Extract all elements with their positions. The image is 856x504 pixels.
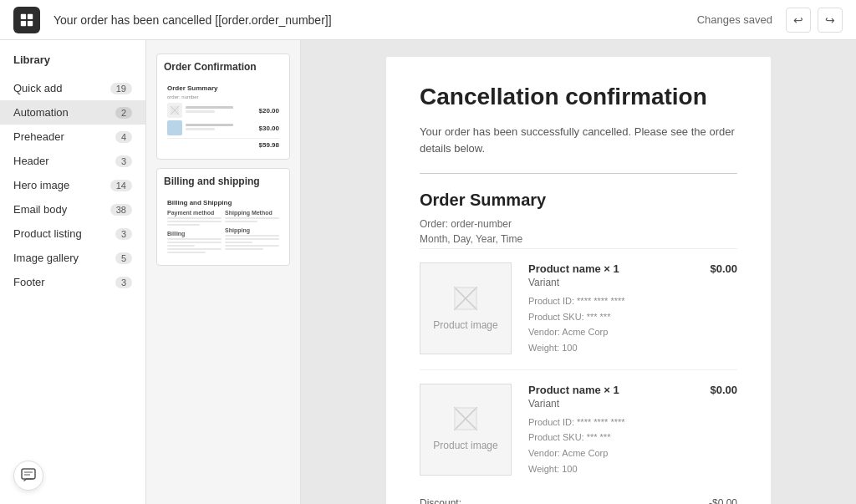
product-weight-1: Weight: 100 [528,340,737,356]
page-title: Your order has been cancelled [[order.or… [54,13,697,27]
sidebar-item-label: Email body [13,203,67,216]
main-layout: Library Quick add 19 Automation 2 Prehea… [0,40,856,504]
product-meta-1: Product ID: **** **** **** Product SKU: … [528,293,737,356]
product-image-label-1: Product image [433,319,497,331]
sidebar-badge-email-body: 38 [110,204,132,216]
product-vendor-2: Vendor: Acme Corp [528,445,737,461]
svg-rect-3 [28,20,33,25]
product-variant-1: Variant [528,277,737,288]
panel-section-title-billing: Billing and shipping [164,176,283,187]
order-date: Month, Day, Year, Time [420,233,737,245]
sidebar-item-product-listing[interactable]: Product listing 3 [0,221,145,246]
email-divider [420,173,737,174]
sidebar-badge-quick-add: 19 [110,83,132,94]
product-name-2: Product name × 1 [528,384,619,396]
sidebar-item-label: Automation [13,106,69,119]
product-details-2: Product name × 1 $0.00 Variant Product I… [528,384,737,477]
discount-label: Discount: [420,497,461,505]
email-main-title: Cancellation confirmation [420,84,737,110]
order-totals: Discount: -$0.00 Subtotal price: $0.00 S… [420,491,737,505]
billing-shipping-preview: Billing and Shipping Payment method Bill… [164,196,283,258]
product-name-row-1: Product name × 1 $0.00 [528,262,737,275]
sidebar-badge-product-listing: 3 [115,228,132,240]
sidebar-badge-footer: 3 [115,277,132,288]
sidebar-item-hero-image[interactable]: Hero image 14 [0,173,145,197]
product-variant-2: Variant [528,398,737,410]
sidebar-item-preheader[interactable]: Preheader 4 [0,125,145,149]
save-status: Changes saved [697,13,772,26]
sidebar: Library Quick add 19 Automation 2 Prehea… [0,40,146,504]
topbar-actions: Changes saved ↩ ↪ [697,8,843,33]
image-placeholder-icon-2 [454,407,477,435]
product-meta-2: Product ID: **** **** **** Product SKU: … [528,415,737,477]
product-name-1: Product name × 1 [528,262,619,275]
order-number: Order: order-number [420,218,737,230]
svg-rect-0 [21,13,26,18]
discount-value: -$0.00 [709,497,737,505]
product-price-1: $0.00 [710,262,737,275]
sidebar-badge-header: 3 [115,155,132,167]
product-id-2: Product ID: **** **** **** [528,415,737,430]
product-row-2: Product image Product name × 1 $0.00 Var… [420,369,737,491]
template-card-billing-shipping[interactable]: Billing and shipping Billing and Shippin… [156,168,290,266]
product-sku-2: Product SKU: *** *** [528,430,737,445]
undo-button[interactable]: ↩ [786,8,811,33]
sidebar-item-label: Footer [13,276,45,288]
sidebar-item-label: Hero image [13,179,69,191]
product-image-label-2: Product image [433,440,497,451]
sidebar-item-label: Preheader [13,130,64,143]
sidebar-badge-preheader: 4 [115,131,132,143]
product-name-row-2: Product name × 1 $0.00 [528,384,737,396]
order-summary-heading: Order Summary [420,191,737,210]
topbar: Your order has been cancelled [[order.or… [0,0,856,40]
redo-button[interactable]: ↪ [818,8,843,33]
email-preview: Cancellation confirmation Your order has… [386,57,771,504]
template-card-order-confirmation[interactable]: Order Confirmation Order Summary order: … [156,53,290,160]
sidebar-badge-hero-image: 14 [110,180,132,191]
product-image-1: Product image [420,262,512,354]
middle-panel: Order Confirmation Order Summary order: … [146,40,301,504]
product-details-1: Product name × 1 $0.00 Variant Product I… [528,262,737,356]
email-subtitle: Your order has been successfully cancell… [420,124,737,156]
sidebar-item-label: Quick add [13,82,63,94]
sidebar-item-footer[interactable]: Footer 3 [0,270,145,294]
sidebar-item-label: Header [13,155,49,167]
order-confirmation-preview: Order Summary order: number $20.00 [164,81,283,152]
sidebar-item-email-body[interactable]: Email body 38 [0,197,145,221]
main-content: Cancellation confirmation Your order has… [301,40,856,504]
product-row-1: Product image Product name × 1 $0.00 Var… [420,248,737,369]
sidebar-badge-automation: 2 [115,107,132,119]
product-price-2: $0.00 [710,384,737,396]
sidebar-item-image-gallery[interactable]: Image gallery 5 [0,246,145,270]
sidebar-item-label: Product listing [13,227,82,240]
sidebar-heading: Library [0,53,145,76]
panel-section-title-order: Order Confirmation [164,61,283,73]
sidebar-item-quick-add[interactable]: Quick add 19 [0,76,145,100]
svg-rect-1 [28,13,33,18]
product-vendor-1: Vendor: Acme Corp [528,324,737,340]
sidebar-item-label: Image gallery [13,252,79,264]
sidebar-item-header[interactable]: Header 3 [0,149,145,173]
product-image-2: Product image [420,384,512,476]
app-logo [13,7,40,33]
svg-rect-16 [22,469,35,479]
sidebar-badge-image-gallery: 5 [115,252,132,264]
product-sku-1: Product SKU: *** *** [528,309,737,325]
total-row-discount: Discount: -$0.00 [420,497,737,505]
product-weight-2: Weight: 100 [528,461,737,477]
svg-rect-2 [21,20,26,25]
sidebar-item-automation[interactable]: Automation 2 [0,100,145,125]
image-placeholder-icon-1 [454,287,477,314]
svg-rect-7 [171,124,179,132]
chat-widget-button[interactable] [13,461,43,491]
product-id-1: Product ID: **** **** **** [528,293,737,309]
